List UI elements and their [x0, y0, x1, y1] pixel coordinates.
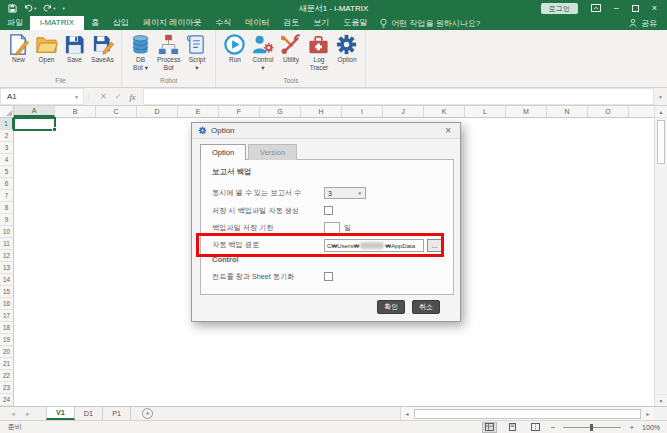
- control-button[interactable]: Control ▾: [250, 33, 275, 71]
- normal-view-button[interactable]: [482, 422, 497, 433]
- dialog-tab-option[interactable]: Option: [200, 144, 246, 160]
- vertical-scrollbar[interactable]: ▲ ▼: [654, 106, 667, 406]
- row-header[interactable]: 15: [0, 286, 14, 298]
- row-header[interactable]: 17: [0, 310, 14, 322]
- ribbon-tab[interactable]: 검토: [276, 16, 306, 30]
- row-header[interactable]: 20: [0, 346, 14, 358]
- horizontal-scroll-thumb[interactable]: [414, 409, 641, 419]
- row-header[interactable]: 11: [0, 238, 14, 250]
- ribbon-tab[interactable]: 데이터: [238, 16, 276, 30]
- vertical-scroll-thumb[interactable]: [657, 120, 665, 164]
- column-header[interactable]: A: [14, 106, 55, 117]
- column-header[interactable]: L: [465, 106, 506, 117]
- close-button[interactable]: ×: [652, 0, 657, 16]
- dialog-close-icon[interactable]: ×: [442, 124, 454, 138]
- column-header[interactable]: O: [588, 106, 629, 117]
- column-header[interactable]: F: [219, 106, 260, 117]
- saveas-button[interactable]: SaveAs: [90, 33, 115, 64]
- save-icon[interactable]: [8, 4, 17, 13]
- scroll-up-icon[interactable]: ▲: [655, 106, 667, 118]
- customize-toolbar-icon[interactable]: ▾: [63, 6, 65, 11]
- ribbon-tab[interactable]: 홈: [84, 16, 106, 30]
- sync-checkbox[interactable]: [324, 272, 333, 281]
- column-header[interactable]: G: [260, 106, 301, 117]
- column-header[interactable]: N: [547, 106, 588, 117]
- scroll-down-icon[interactable]: ▼: [655, 394, 667, 406]
- sheet-tab[interactable]: D1: [75, 407, 103, 420]
- add-sheet-icon[interactable]: +: [142, 408, 153, 419]
- ok-button[interactable]: 확인: [377, 300, 405, 314]
- row-header[interactable]: 23: [0, 382, 14, 394]
- row-header[interactable]: 4: [0, 154, 14, 166]
- row-header[interactable]: 6: [0, 178, 14, 190]
- maximize-button[interactable]: [632, 5, 639, 12]
- ribbon-tab[interactable]: 도움말: [336, 16, 374, 30]
- option-button[interactable]: Option: [334, 33, 359, 64]
- login-button[interactable]: 로그인: [541, 3, 578, 14]
- minimize-button[interactable]: –: [614, 0, 619, 16]
- redo-dropdown-icon[interactable]: ▾: [53, 6, 55, 11]
- column-header[interactable]: H: [301, 106, 342, 117]
- undo-icon[interactable]: ▾: [24, 4, 36, 12]
- open-button[interactable]: Open: [34, 33, 59, 64]
- row-header[interactable]: 8: [0, 202, 14, 214]
- browse-button[interactable]: ...: [427, 239, 442, 252]
- select-all-corner[interactable]: [0, 106, 14, 117]
- new-button[interactable]: New: [6, 33, 31, 64]
- sheet-nav-right-icon[interactable]: ►: [25, 411, 31, 417]
- confirm-entry-icon[interactable]: ✓: [115, 92, 122, 101]
- ribbon-display-options-icon[interactable]: [591, 4, 601, 12]
- run-button[interactable]: Run: [222, 33, 247, 64]
- page-break-view-button[interactable]: [528, 422, 543, 433]
- column-header[interactable]: I: [342, 106, 383, 117]
- column-header[interactable]: M: [506, 106, 547, 117]
- db-bot-button[interactable]: DB Bot ▾: [128, 33, 153, 71]
- horizontal-scrollbar[interactable]: ◄ ►: [400, 406, 654, 420]
- page-layout-view-button[interactable]: [505, 422, 520, 433]
- ribbon-tab[interactable]: 보기: [306, 16, 336, 30]
- sheet-tab[interactable]: P1: [103, 407, 131, 420]
- save-button[interactable]: Save: [62, 33, 87, 64]
- row-header[interactable]: 19: [0, 334, 14, 346]
- row-header[interactable]: 2: [0, 130, 14, 142]
- zoom-out-icon[interactable]: −: [551, 423, 556, 432]
- redo-icon[interactable]: ▾: [43, 4, 55, 12]
- row-header[interactable]: 3: [0, 142, 14, 154]
- cancel-button[interactable]: 취소: [412, 300, 440, 314]
- cancel-entry-icon[interactable]: ✕: [100, 92, 107, 101]
- sheet-tab[interactable]: V1: [46, 407, 75, 420]
- tell-me-box[interactable]: 어떤 작업을 원하시나요?: [374, 16, 480, 30]
- ribbon-tab[interactable]: 파일: [0, 16, 30, 30]
- name-box[interactable]: A1 ▼: [0, 88, 84, 105]
- retention-input[interactable]: [324, 222, 340, 234]
- column-header[interactable]: D: [137, 106, 178, 117]
- ribbon-tab[interactable]: 수식: [208, 16, 238, 30]
- row-header[interactable]: 22: [0, 370, 14, 382]
- row-header[interactable]: 1: [0, 118, 14, 130]
- row-header[interactable]: 16: [0, 298, 14, 310]
- row-header[interactable]: 7: [0, 190, 14, 202]
- insert-function-icon[interactable]: fx: [129, 92, 135, 102]
- utility-button[interactable]: Utility: [278, 33, 303, 64]
- scroll-right-icon[interactable]: ►: [642, 411, 654, 417]
- row-header[interactable]: 5: [0, 166, 14, 178]
- dialog-tab-version[interactable]: Version: [248, 144, 297, 160]
- log-tracer-button[interactable]: Log Tracer: [306, 33, 331, 71]
- formula-input[interactable]: [143, 88, 654, 105]
- share-button[interactable]: 공유: [629, 16, 667, 30]
- script-button[interactable]: Script ▾: [184, 33, 209, 71]
- zoom-slider[interactable]: [563, 423, 621, 432]
- backup-path-input[interactable]: C₩Users₩ ₩AppData: [324, 239, 424, 252]
- open-count-select[interactable]: 3 ▼: [324, 187, 366, 199]
- row-header[interactable]: 21: [0, 358, 14, 370]
- zoom-slider-thumb[interactable]: [590, 424, 593, 431]
- zoom-in-icon[interactable]: +: [629, 423, 634, 432]
- selected-cell[interactable]: [13, 117, 56, 131]
- ribbon-tab[interactable]: 페이지 레이아웃: [136, 16, 208, 30]
- row-header[interactable]: 14: [0, 274, 14, 286]
- row-header[interactable]: 9: [0, 214, 14, 226]
- ribbon-tab[interactable]: 삽입: [106, 16, 136, 30]
- column-header[interactable]: B: [55, 106, 96, 117]
- row-header[interactable]: 10: [0, 226, 14, 238]
- sheet-nav-left-icon[interactable]: ◄: [10, 411, 16, 417]
